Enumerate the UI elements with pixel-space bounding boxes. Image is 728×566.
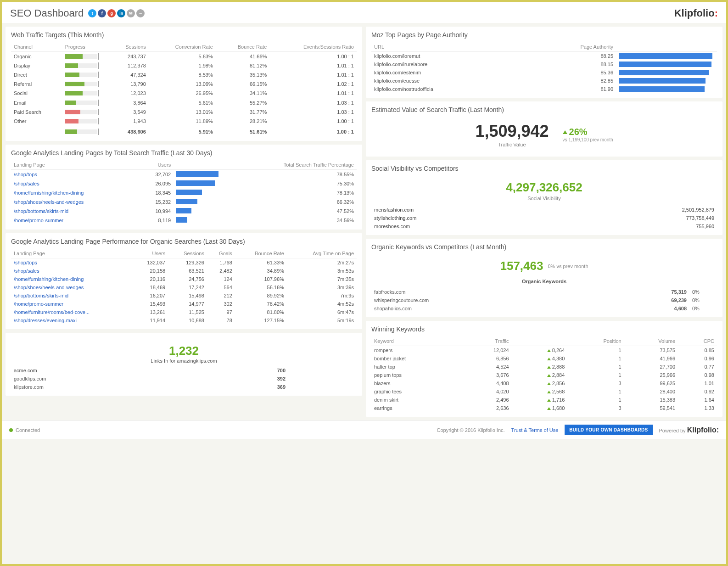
- up-icon: [547, 374, 551, 377]
- up-icon: [547, 391, 551, 393]
- traffic-targets-table: Channel Progress Sessions Conversion Rat…: [11, 42, 357, 136]
- links-in-value: 1,232: [11, 344, 357, 358]
- org-kw-table: fabfrocks.com 75,319 0% whisperingcoutou…: [371, 288, 717, 313]
- panel-title: Moz Top Pages by Page Authority: [371, 31, 717, 39]
- twitter-icon[interactable]: t: [88, 9, 96, 17]
- landing-perf-panel: Google Analytics Landing Page Performanc…: [6, 233, 362, 329]
- build-dashboards-button[interactable]: BUILD YOUR OWN DASHBOARDS: [565, 425, 652, 435]
- panel-title: Estimated Value of Search Traffic (Last …: [371, 106, 717, 113]
- traffic-value-label: Traffic Value: [475, 142, 549, 147]
- facebook-icon[interactable]: f: [98, 9, 106, 17]
- panel-title: Winning Keywords: [371, 325, 717, 333]
- table-row: klipfolio.com/loremut 88.25: [371, 52, 717, 61]
- table-row: /shop/bottoms/skirts-mid 16,207 15,498 2…: [11, 291, 357, 300]
- moz-table: URL Page Authority klipfolio.com/loremut…: [371, 42, 717, 93]
- table-row: acme.com 700: [11, 366, 357, 375]
- links-in-table: acme.com 700 goodklips.com 392 klipstore…: [11, 366, 357, 391]
- social-vis-panel: Social Visibility vs Competitors 4,297,3…: [366, 160, 722, 235]
- totals-row: 438,6065.91%51.61%1.00 : 1: [11, 126, 357, 136]
- competitor-row: stylishclothing.com773,758,449: [371, 214, 717, 222]
- table-row: /shop/shoes/heels-and-wedges 18,469 17,2…: [11, 283, 357, 291]
- table-row: /home/furniture/rooms/bed-cove... 13,261…: [11, 308, 357, 316]
- links-in-panel: 1,232 Links In for amazingklips.com acme…: [6, 333, 362, 396]
- org-keywords-panel: Organic Keywords vs Competitors (Last Mo…: [366, 239, 722, 317]
- table-row: /shop/bottoms/skirts-mid 10,994 47.52%: [11, 207, 357, 216]
- table-row: goodklips.com 392: [11, 375, 357, 383]
- table-row: /shop/sales 26,095 75.30%: [11, 179, 357, 188]
- winning-table: Keyword Traffic Position Volume CPC romp…: [371, 336, 717, 412]
- table-row: rompers 12,024 8,264 1 73,575 0.85: [371, 346, 717, 355]
- table-row: Referral 13,790 13.09% 66.15% 1.02 : 1: [11, 79, 357, 89]
- landing-pages-panel: Google Analytics Landing Pages by Total …: [6, 145, 362, 230]
- status-dot-icon: [9, 428, 13, 432]
- mail-icon[interactable]: ✉: [127, 9, 135, 17]
- table-row: Email 3,864 5.61% 55.27% 1.03 : 1: [11, 98, 357, 107]
- social-vis-value: 4,297,326,652: [371, 180, 717, 195]
- table-row: /shop/shoes/heels-and-wedges 15,232 66.3…: [11, 197, 357, 207]
- panel-title: Google Analytics Landing Page Performanc…: [11, 238, 357, 245]
- up-icon: [563, 130, 567, 134]
- terms-link[interactable]: Trust & Terms of Use: [511, 427, 559, 433]
- gplus-icon[interactable]: g: [107, 9, 116, 17]
- table-row: bomber jacket 6,856 4,380 1 41,966 0.96: [371, 354, 717, 363]
- table-row: Paid Search 3,549 13.01% 31.77% 1.03 : 1: [11, 107, 357, 117]
- table-row: fabfrocks.com 75,319 0%: [371, 288, 717, 296]
- table-row: /home/furnishing/kitchen-dining 20,116 2…: [11, 275, 357, 283]
- social-icons: t f g in ✉ ∞: [88, 9, 145, 17]
- landing-perf-table: Landing Page Users Sessions Goals Bounce…: [11, 249, 357, 325]
- copyright: Copyright © 2016 Klipfolio Inc.: [437, 427, 504, 433]
- powered-by: Powered by Klipfolio:: [659, 426, 719, 434]
- table-row: Organic 243,737 5.63% 41.66% 1.00 : 1: [11, 52, 357, 62]
- traffic-value: 1,509,942: [475, 122, 549, 141]
- up-icon: [547, 366, 551, 369]
- table-row: /shop/dresses/evening-maxi 11,914 10,688…: [11, 316, 357, 325]
- org-kw-delta: 0% vs prev month: [548, 263, 588, 269]
- table-row: earrings 2,636 1,680 3 59,541 1.33: [371, 404, 717, 412]
- panel-title: Social Visibility vs Competitors: [371, 165, 717, 172]
- page-title: SEO Dashboard: [10, 7, 84, 19]
- table-row: Display 112,378 1.98% 81.12% 1.01 : 1: [11, 61, 357, 70]
- table-row: /home/furnishing/kitchen-dining 18,345 7…: [11, 188, 357, 197]
- table-row: denim skirt 2,496 1,716 1 15,383 1.64: [371, 396, 717, 404]
- competitor-row: moreshoes.com755,960: [371, 222, 717, 230]
- header: SEO Dashboard t f g in ✉ ∞ Klipfolio:: [2, 2, 726, 23]
- table-row: /home/promo-summer 8,119 34.56%: [11, 216, 357, 225]
- table-row: klipfolio.com/irurelabore 88.15: [371, 60, 717, 68]
- brand-logo: Klipfolio:: [674, 7, 718, 19]
- up-icon: [547, 358, 551, 360]
- table-row: klipfolio.com/nostrudofficia 81.90: [371, 85, 717, 93]
- landing-pages-table: Landing Page Users Total Search Traffic …: [11, 160, 357, 225]
- up-icon: [547, 399, 551, 402]
- up-icon: [547, 382, 551, 385]
- table-row: /shop/tops 32,702 78.55%: [11, 169, 357, 179]
- table-row: /shop/sales 20,158 63,521 2,482 34.89% 3…: [11, 267, 357, 275]
- panel-title: Google Analytics Landing Pages by Total …: [11, 149, 357, 157]
- linkedin-icon[interactable]: in: [117, 9, 125, 17]
- traffic-targets-panel: Web Traffic Targets (This Month) Channel…: [6, 27, 362, 141]
- table-row: klipstore.com 369: [11, 383, 357, 391]
- table-row: /home/promo-summer 15,493 14,977 302 78.…: [11, 300, 357, 308]
- footer: Connected Copyright © 2016 Klipfolio Inc…: [2, 420, 726, 439]
- links-in-label: Links In for amazingklips.com: [11, 358, 357, 364]
- up-icon: [547, 349, 551, 352]
- traffic-delta-sub: vs 1,199,100 prev month: [563, 137, 613, 142]
- table-row: klipfolio.com/estenim 85.36: [371, 68, 717, 77]
- table-row: blazers 4,408 2,856 3 99,625 1.01: [371, 379, 717, 387]
- link-icon[interactable]: ∞: [136, 9, 145, 17]
- panel-title: Web Traffic Targets (This Month): [11, 31, 357, 39]
- table-row: Social 12,023 26.95% 34.11% 1.01 : 1: [11, 89, 357, 98]
- table-row: Direct 47,324 8.53% 35.13% 1.01 : 1: [11, 70, 357, 79]
- table-row: halter top 4,524 2,888 1 27,700 0.77: [371, 363, 717, 371]
- status-text: Connected: [16, 427, 40, 433]
- social-vis-label: Social Visibility: [371, 196, 717, 201]
- table-row: /shop/tops 132,037 129,326 1,768 61.33% …: [11, 258, 357, 267]
- moz-top-panel: Moz Top Pages by Page Authority URL Page…: [366, 27, 722, 98]
- table-row: whisperingcoutoure.com 69,239 0%: [371, 296, 717, 304]
- table-row: klipfolio.com/euesse 82.85: [371, 77, 717, 85]
- up-icon: [547, 407, 551, 410]
- table-row: shopaholics.com 4,608 0%: [371, 304, 717, 313]
- table-row: peplum tops 3,676 2,884 1 25,966 0.98: [371, 371, 717, 379]
- winning-panel: Winning Keywords Keyword Traffic Positio…: [366, 321, 722, 417]
- table-row: graphic tees 4,020 2,568 1 28,400 0.92: [371, 387, 717, 396]
- traffic-delta: 26%: [563, 127, 588, 137]
